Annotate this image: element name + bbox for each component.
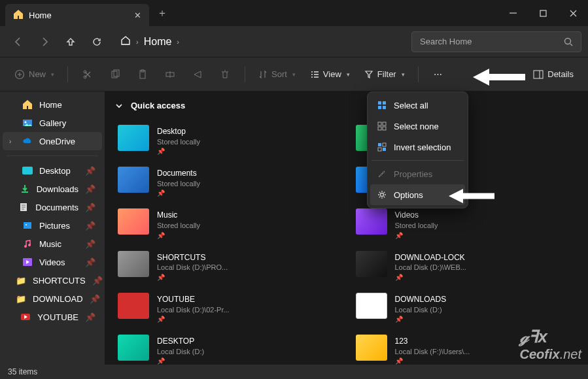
cut-button[interactable] bbox=[76, 63, 99, 86]
folder-item[interactable]: Desktop Stored locally 📌 bbox=[115, 122, 340, 159]
folder-icon bbox=[356, 251, 387, 277]
item-name: YOUTUBE bbox=[157, 294, 230, 305]
sidebar-item-home[interactable]: Home bbox=[3, 95, 102, 114]
rename-button[interactable] bbox=[158, 63, 182, 86]
document-icon bbox=[18, 202, 29, 212]
maximize-button[interactable] bbox=[528, 0, 558, 26]
svg-rect-21 bbox=[378, 101, 381, 105]
new-tab-button[interactable]: ＋ bbox=[157, 7, 167, 20]
folder-item[interactable]: Music Stored locally 📌 bbox=[115, 206, 340, 242]
item-name: DESKTOP bbox=[157, 336, 204, 347]
item-name: Music bbox=[157, 210, 200, 221]
items-grid: Desktop Stored locally 📌 Downloads Store… bbox=[115, 122, 578, 365]
svg-rect-28 bbox=[383, 127, 386, 130]
back-button[interactable] bbox=[7, 30, 30, 54]
refresh-button[interactable] bbox=[85, 30, 109, 54]
folder-icon bbox=[356, 335, 387, 361]
minimize-button[interactable] bbox=[498, 0, 528, 26]
menu-select-all[interactable]: Select all bbox=[370, 95, 465, 116]
chevron-right-icon: › bbox=[177, 38, 179, 46]
item-name: SHORTCUTS bbox=[157, 252, 228, 263]
forward-button[interactable] bbox=[33, 30, 56, 54]
menu-select-none[interactable]: Select none bbox=[370, 116, 465, 137]
sidebar-item-music[interactable]: Music📌 bbox=[3, 235, 102, 253]
share-button[interactable] bbox=[186, 63, 209, 86]
menu-invert-selection[interactable]: Invert selection bbox=[370, 137, 465, 157]
sidebar-item-documents[interactable]: Documents📌 bbox=[3, 198, 102, 216]
quick-access-header[interactable]: Quick access bbox=[115, 101, 578, 110]
item-location: Local Disk (D:)\PRO... bbox=[157, 263, 228, 272]
item-location: Stored locally bbox=[157, 179, 200, 189]
svg-point-12 bbox=[25, 122, 27, 124]
breadcrumb-home[interactable]: Home bbox=[144, 36, 172, 48]
main: Home Gallery › OneDrive Desktop📌 Downloa… bbox=[0, 91, 588, 365]
pin-icon: 📌 bbox=[157, 231, 200, 240]
close-button[interactable] bbox=[558, 0, 588, 26]
item-location: Stored locally bbox=[395, 221, 438, 231]
chevron-right-icon[interactable]: › bbox=[9, 138, 16, 145]
folder-icon bbox=[356, 293, 387, 319]
folder-item[interactable]: DOWNLOAD-LOCK Local Disk (D:)\WEB... 📌 bbox=[353, 248, 578, 285]
address-bar[interactable]: › Home › bbox=[114, 35, 186, 48]
copy-button[interactable] bbox=[103, 63, 127, 86]
folder-icon bbox=[118, 335, 149, 361]
status-bar: 35 items bbox=[0, 365, 588, 379]
sidebar-item-shortcuts[interactable]: 📁SHORTCUTS📌 bbox=[3, 271, 102, 289]
svg-rect-31 bbox=[378, 148, 381, 151]
folder-icon bbox=[356, 208, 387, 235]
view-button[interactable]: View▾ bbox=[305, 63, 355, 86]
item-location: Local Disk (D:) bbox=[157, 347, 204, 357]
delete-button[interactable] bbox=[213, 63, 237, 86]
search-input[interactable]: Search Home bbox=[411, 31, 581, 52]
pin-icon: 📌 bbox=[157, 147, 200, 156]
pin-icon: 📌 bbox=[395, 315, 447, 324]
sidebar-item-pictures[interactable]: Pictures📌 bbox=[3, 216, 102, 235]
annotation-arrow bbox=[473, 67, 525, 87]
tab-title: Home bbox=[29, 10, 52, 20]
item-name: Documents bbox=[157, 168, 200, 179]
gear-icon bbox=[377, 190, 387, 200]
sidebar-item-desktop[interactable]: Desktop📌 bbox=[3, 161, 102, 180]
clipboard-icon bbox=[137, 69, 148, 80]
folder-item[interactable]: Documents Stored locally 📌 bbox=[115, 164, 340, 201]
svg-rect-30 bbox=[383, 143, 386, 146]
sidebar-item-youtube[interactable]: YOUTUBE📌 bbox=[3, 308, 102, 326]
folder-icon bbox=[118, 293, 149, 319]
svg-point-1 bbox=[565, 38, 571, 44]
sidebar-item-onedrive[interactable]: › OneDrive bbox=[3, 132, 102, 150]
up-button[interactable] bbox=[59, 30, 82, 54]
details-icon bbox=[533, 70, 544, 79]
sidebar-item-videos[interactable]: Videos📌 bbox=[3, 253, 102, 271]
pin-icon: 📌 bbox=[157, 357, 204, 365]
details-pane-button[interactable]: Details bbox=[528, 63, 579, 86]
content-area: Quick access Desktop Stored locally 📌 Do… bbox=[105, 91, 588, 365]
pin-icon: 📌 bbox=[85, 221, 95, 231]
new-button[interactable]: New▾ bbox=[9, 63, 60, 86]
folder-item[interactable]: SHORTCUTS Local Disk (D:)\PRO... 📌 bbox=[115, 248, 340, 285]
paste-button[interactable] bbox=[131, 63, 154, 86]
item-name: Desktop bbox=[157, 126, 200, 137]
folder-item[interactable]: DESKTOP Local Disk (D:) 📌 bbox=[115, 332, 340, 365]
svg-rect-24 bbox=[383, 106, 386, 109]
home-icon bbox=[13, 9, 24, 22]
sort-button[interactable]: Sort▾ bbox=[253, 63, 301, 86]
folder-item[interactable]: Videos Stored locally 📌 bbox=[353, 206, 578, 242]
sort-icon bbox=[258, 70, 268, 79]
trash-icon bbox=[220, 69, 230, 80]
pin-icon: 📌 bbox=[395, 357, 470, 365]
chevron-right-icon: › bbox=[136, 38, 139, 46]
sidebar-item-downloads[interactable]: Downloads📌 bbox=[3, 180, 102, 198]
item-name: DOWNLOAD-LOCK bbox=[395, 252, 466, 263]
folder-item[interactable]: DOWNLOADS Local Disk (D:) 📌 bbox=[353, 290, 578, 327]
more-button[interactable]: ⋯ bbox=[426, 63, 450, 86]
sidebar-item-gallery[interactable]: Gallery bbox=[3, 114, 102, 132]
pin-icon: 📌 bbox=[85, 166, 95, 176]
sidebar-item-download[interactable]: 📁DOWNLOAD📌 bbox=[3, 289, 102, 308]
tab-home[interactable]: Home ✕ bbox=[5, 4, 149, 26]
home-icon bbox=[22, 99, 33, 110]
folder-item[interactable]: YOUTUBE Local Disk (D:)\02-Pr... 📌 bbox=[115, 290, 340, 327]
invert-icon bbox=[377, 142, 387, 152]
folder-icon bbox=[118, 167, 149, 193]
close-tab-icon[interactable]: ✕ bbox=[134, 10, 141, 20]
filter-button[interactable]: Filter▾ bbox=[359, 63, 410, 86]
